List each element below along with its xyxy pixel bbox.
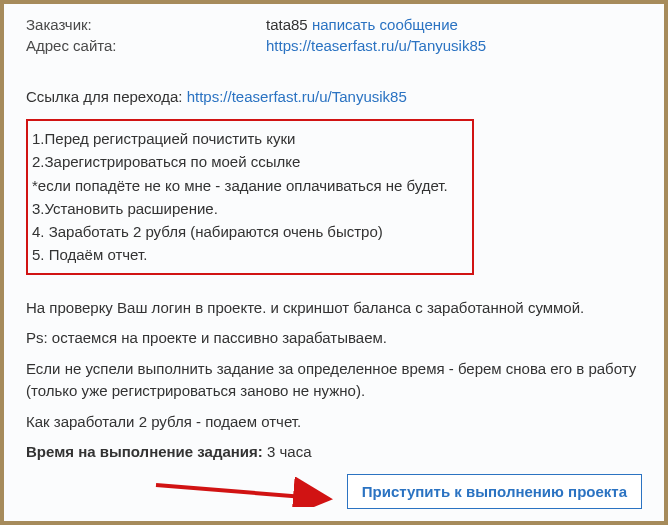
step-line: *если попадёте не ко мне - задание оплач… [32, 174, 464, 197]
svg-line-0 [156, 485, 329, 499]
step-line: 4. Заработать 2 рубля (набираются очень … [32, 220, 464, 243]
time-value: 3 часа [263, 443, 312, 460]
step-line: 1.Перед регистрацией почистить куки [32, 127, 464, 150]
time-label: Время на выполнение задания: [26, 443, 263, 460]
task-body: Ссылка для перехода: https://teaserfast.… [26, 88, 642, 464]
note-p1: На проверку Ваш логин в проекте. и скрин… [26, 297, 642, 320]
transition-label: Ссылка для перехода: [26, 88, 187, 105]
write-message-link[interactable]: написать сообщение [312, 16, 458, 33]
arrow-icon [151, 477, 341, 507]
time-line: Время на выполнение задания: 3 часа [26, 441, 642, 464]
action-row: Приступить к выполнению проекта [26, 474, 642, 509]
start-project-button[interactable]: Приступить к выполнению проекта [347, 474, 642, 509]
step-line: 5. Подаём отчет. [32, 243, 464, 266]
step-line: 2.Зарегистрироваться по моей ссылке [32, 150, 464, 173]
site-row: Адрес сайта: https://teaserfast.ru/u/Tan… [26, 37, 642, 54]
customer-value-wrap: tata85 написать сообщение [266, 16, 458, 33]
transition-line: Ссылка для перехода: https://teaserfast.… [26, 88, 642, 105]
customer-row: Заказчик: tata85 написать сообщение [26, 16, 642, 33]
steps-box: 1.Перед регистрацией почистить куки 2.За… [26, 119, 474, 275]
transition-url-link[interactable]: https://teaserfast.ru/u/Tanyusik85 [187, 88, 407, 105]
customer-label: Заказчик: [26, 16, 266, 33]
note-p3: Если не успели выполнить задание за опре… [26, 358, 642, 403]
step-line: 3.Установить расширение. [32, 197, 464, 220]
site-url-link[interactable]: https://teaserfast.ru/u/Tanyusik85 [266, 37, 486, 54]
task-panel: Заказчик: tata85 написать сообщение Адре… [4, 4, 664, 521]
note-p2: Ps: остаемся на проекте и пассивно зараб… [26, 327, 642, 350]
site-label: Адрес сайта: [26, 37, 266, 54]
note-p4: Как заработали 2 рубля - подаем отчет. [26, 411, 642, 434]
customer-name: tata85 [266, 16, 308, 33]
